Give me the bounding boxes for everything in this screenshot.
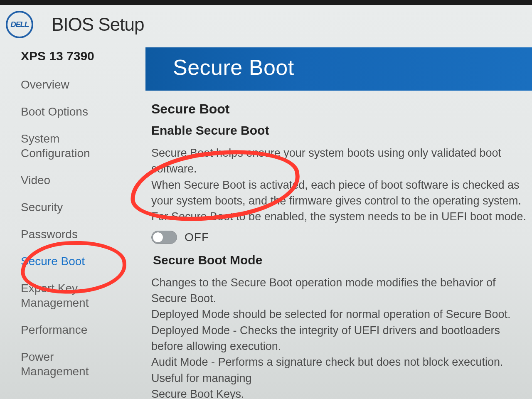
secure-boot-mode-title: Secure Boot Mode <box>153 253 532 267</box>
app-title: BIOS Setup <box>52 14 144 35</box>
sidebar-item-passwords[interactable]: Passwords <box>21 227 141 241</box>
section-title: Secure Boot <box>151 101 532 117</box>
frame-top <box>0 0 532 5</box>
sidebar-item-secure-boot[interactable]: Secure Boot <box>21 254 141 268</box>
sidebar-item-power-management[interactable]: Power Management <box>21 350 141 379</box>
enable-secure-boot-toggle[interactable] <box>151 231 177 244</box>
dell-logo-icon: DELL <box>6 11 33 38</box>
header: DELL BIOS Setup <box>0 5 532 47</box>
enable-secure-boot-title: Enable Secure Boot <box>151 123 532 138</box>
enable-secure-boot-state: OFF <box>185 231 209 244</box>
secure-boot-section: Secure Boot Enable Secure Boot Secure Bo… <box>145 91 532 399</box>
content: Secure Boot Secure Boot Enable Secure Bo… <box>145 47 532 399</box>
bios-screen: DELL BIOS Setup XPS 13 7390 Overview Boo… <box>0 5 532 399</box>
sidebar: XPS 13 7390 Overview Boot Options System… <box>0 47 145 399</box>
enable-secure-boot-desc: Secure Boot helps ensure your system boo… <box>151 145 532 225</box>
sidebar-item-performance[interactable]: Performance <box>21 323 141 337</box>
sidebar-item-video[interactable]: Video <box>21 173 141 187</box>
page-banner: Secure Boot <box>145 47 532 91</box>
sidebar-item-security[interactable]: Security <box>21 200 141 214</box>
sidebar-item-overview[interactable]: Overview <box>21 77 141 92</box>
sidebar-item-expert-key-management[interactable]: Expert Key Management <box>21 281 141 310</box>
body: XPS 13 7390 Overview Boot Options System… <box>0 47 532 399</box>
enable-secure-boot-toggle-row: OFF <box>151 231 532 244</box>
sidebar-item-boot-options[interactable]: Boot Options <box>21 104 141 119</box>
toggle-knob-icon <box>153 232 163 242</box>
model-name: XPS 13 7390 <box>21 49 141 63</box>
sidebar-item-system-configuration[interactable]: System Configuration <box>21 131 141 160</box>
brand-text: DELL <box>10 20 29 29</box>
secure-boot-mode-desc: Changes to the Secure Boot operation mod… <box>151 275 532 399</box>
